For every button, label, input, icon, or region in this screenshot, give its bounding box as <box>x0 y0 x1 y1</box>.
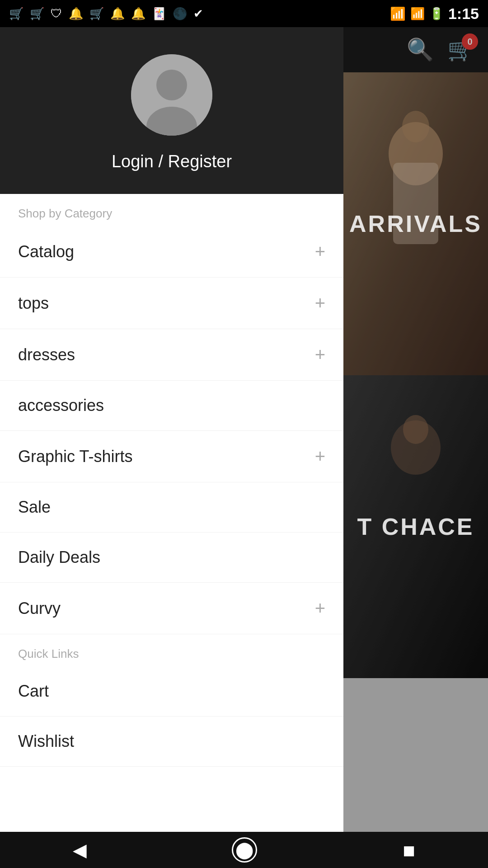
status-bar-right: 📶 📶 🔋 1:15 <box>390 5 479 23</box>
accessories-label: accessories <box>18 396 104 415</box>
sidebar-item-daily-deals[interactable]: Daily Deals <box>0 533 343 583</box>
sidebar-item-curvy[interactable]: Curvy + <box>0 583 343 634</box>
sidebar-item-catalog[interactable]: Catalog + <box>0 226 343 278</box>
icon-bell1: 🔔 <box>69 7 83 21</box>
cart-label: Cart <box>18 682 49 701</box>
right-panel: 🔍 🛒 0 <box>343 27 488 832</box>
sale-label: Sale <box>18 498 51 517</box>
login-register-button[interactable]: Login / Register <box>112 152 232 171</box>
shop-by-category-label: Shop by Category <box>0 194 343 226</box>
app-header: 🔍 🛒 0 <box>343 27 488 72</box>
wishlist-label: Wishlist <box>18 732 74 751</box>
sidebar-item-sale[interactable]: Sale <box>0 482 343 533</box>
tops-expand-icon: + <box>315 293 325 313</box>
new-arrivals-banner: ARRIVALS <box>343 72 488 375</box>
avatar <box>131 54 212 136</box>
search-icon[interactable]: 🔍 <box>407 37 434 62</box>
icon-cart2: 🛒 <box>30 7 44 21</box>
brand-text: T CHACE <box>357 513 474 540</box>
home-button[interactable]: ⬤ <box>232 837 257 863</box>
dresses-label: dresses <box>18 345 75 364</box>
cart-button[interactable]: 🛒 0 <box>447 37 474 62</box>
quick-links-label: Quick Links <box>0 634 343 666</box>
cart-badge: 0 <box>462 33 478 50</box>
sidebar-item-graphic-tshirts[interactable]: Graphic T-shirts + <box>0 431 343 482</box>
main-layout: Login / Register Shop by Category Catalo… <box>0 27 488 832</box>
wifi-icon: 📶 <box>390 6 406 21</box>
icon-card: 🃏 <box>152 7 166 21</box>
sidebar-drawer: Login / Register Shop by Category Catalo… <box>0 27 343 832</box>
svg-point-6 <box>402 111 429 142</box>
signal-icon: 📶 <box>410 7 425 21</box>
icon-cart3: 🛒 <box>89 7 104 21</box>
icon-shield: 🛡 <box>51 7 62 21</box>
sidebar-header: Login / Register <box>0 27 343 194</box>
status-icons-left: 🛒 🛒 🛡 🔔 🛒 🔔 🔔 🃏 🌑 ✔ <box>9 7 203 21</box>
catalog-label: Catalog <box>18 242 74 261</box>
curvy-expand-icon: + <box>315 598 325 618</box>
svg-point-11 <box>403 415 428 444</box>
dresses-expand-icon: + <box>315 344 325 365</box>
svg-point-1 <box>156 70 187 100</box>
brand-banner: T CHACE <box>343 375 488 678</box>
status-bar: 🛒 🛒 🛡 🔔 🛒 🔔 🔔 🃏 🌑 ✔ 📶 📶 🔋 1:15 <box>0 0 488 27</box>
icon-globe: 🌑 <box>173 7 187 21</box>
icon-bell3: 🔔 <box>131 7 145 21</box>
sidebar-item-dresses[interactable]: dresses + <box>0 329 343 381</box>
sidebar-item-wishlist[interactable]: Wishlist <box>0 717 343 767</box>
icon-check: ✔ <box>193 7 203 21</box>
bottom-nav: ◀ ⬤ ◼ <box>0 832 488 868</box>
sidebar-item-accessories[interactable]: accessories <box>0 381 343 431</box>
catalog-expand-icon: + <box>315 241 325 262</box>
icon-bell2: 🔔 <box>110 7 125 21</box>
arrivals-text: ARRIVALS <box>349 210 482 237</box>
sidebar-item-tops[interactable]: tops + <box>0 278 343 329</box>
graphic-tshirts-label: Graphic T-shirts <box>18 447 132 466</box>
sidebar-item-cart[interactable]: Cart <box>0 666 343 717</box>
gray-bottom-section <box>343 678 488 832</box>
background-content: ARRIVALS T <box>343 72 488 832</box>
time-display: 1:15 <box>448 5 479 23</box>
tops-label: tops <box>18 294 49 313</box>
daily-deals-label: Daily Deals <box>18 548 100 567</box>
icon-cart1: 🛒 <box>9 7 23 21</box>
curvy-label: Curvy <box>18 599 61 618</box>
battery-icon: 🔋 <box>429 7 444 21</box>
back-button[interactable]: ◀ <box>73 840 87 860</box>
graphic-tshirts-expand-icon: + <box>315 446 325 467</box>
recents-button[interactable]: ◼ <box>403 841 415 859</box>
